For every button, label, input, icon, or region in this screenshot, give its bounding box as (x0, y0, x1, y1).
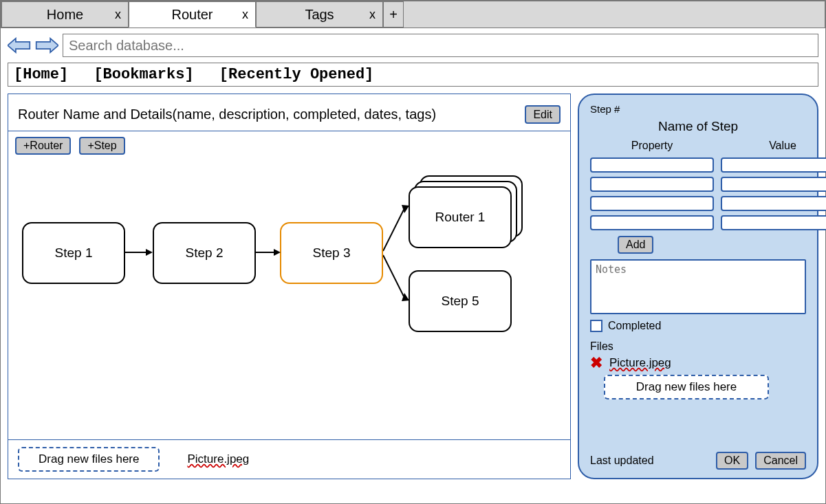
tab-tags[interactable]: Tags x (256, 1, 383, 28)
tab-router[interactable]: Router x (129, 1, 256, 28)
breadcrumb-recent[interactable]: [Recently Opened] (219, 66, 373, 83)
property-header: Property (590, 140, 714, 152)
edge-step3-router1 (383, 201, 411, 256)
router-file-link[interactable]: Picture.jpeg (187, 452, 249, 466)
add-step-button[interactable]: +Step (79, 137, 124, 155)
router-title: Router Name and Details(name, descriptio… (18, 105, 518, 124)
node-step1[interactable]: Step 1 (22, 222, 125, 284)
node-label: Step 1 (55, 245, 93, 261)
file-row: ✖ Picture.jpeg (590, 355, 806, 371)
property-input[interactable] (590, 196, 714, 211)
node-step2[interactable]: Step 2 (153, 222, 256, 284)
node-label: Step 2 (186, 245, 224, 261)
last-updated-label: Last updated (590, 454, 654, 467)
node-step3[interactable]: Step 3 (280, 222, 383, 284)
step-number-label: Step # (590, 103, 806, 115)
property-input[interactable] (590, 215, 714, 230)
completed-row[interactable]: Completed (590, 320, 806, 332)
value-input[interactable] (721, 177, 826, 192)
breadcrumb-home[interactable]: [Home] (14, 66, 68, 83)
router-dropzone[interactable]: Drag new files here (18, 447, 160, 472)
node-label: Step 5 (442, 294, 479, 309)
value-column: Value (721, 140, 826, 230)
main-row: Router Name and Details(name, descriptio… (1, 94, 825, 486)
step-detail-panel: Step # Name of Step Property Value (578, 94, 818, 479)
value-input[interactable] (721, 215, 826, 230)
svg-marker-3 (146, 249, 153, 256)
flow-canvas[interactable]: Step 1 Step 2 Step 3 Router 1 Step (8, 160, 570, 439)
add-row: +Router +Step (8, 131, 570, 160)
back-arrow-icon[interactable] (8, 37, 31, 54)
property-column: Property (590, 140, 714, 230)
property-table: Property Value (590, 140, 806, 230)
node-label: Step 3 (313, 245, 351, 261)
step-title: Name of Step (590, 119, 806, 134)
node-router1[interactable]: Router 1 (409, 186, 512, 248)
step-footer: Last updated OK Cancel (590, 443, 806, 470)
close-icon[interactable]: x (115, 8, 121, 22)
router-header: Router Name and Details(name, descriptio… (8, 94, 570, 131)
add-router-button[interactable]: +Router (15, 137, 71, 155)
router-footer: Drag new files here Picture.jpeg (8, 439, 570, 479)
breadcrumb-bar: [Home] [Bookmarks] [Recently Opened] (8, 63, 818, 87)
tab-bar: Home x Router x Tags x + (1, 1, 825, 28)
svg-marker-0 (8, 39, 30, 52)
edge-step3-step5 (383, 250, 411, 305)
step-file-link[interactable]: Picture.jpeg (609, 356, 671, 370)
add-property-button[interactable]: Add (618, 236, 653, 254)
breadcrumb-bookmarks[interactable]: [Bookmarks] (94, 66, 193, 83)
close-icon[interactable]: x (369, 8, 376, 22)
node-step5[interactable]: Step 5 (409, 270, 512, 332)
add-tab-button[interactable]: + (383, 1, 404, 28)
forward-arrow-icon[interactable] (35, 37, 58, 54)
property-input[interactable] (590, 157, 714, 173)
svg-line-6 (383, 210, 404, 251)
svg-marker-5 (274, 249, 281, 256)
value-header: Value (721, 140, 826, 152)
cancel-button[interactable]: Cancel (755, 452, 806, 470)
router-panel: Router Name and Details(name, descriptio… (8, 94, 571, 479)
svg-marker-1 (36, 39, 58, 52)
tab-label: Home (47, 7, 83, 23)
edge-step2-step3 (256, 247, 281, 258)
delete-file-icon[interactable]: ✖ (590, 355, 602, 371)
value-input[interactable] (721, 157, 826, 173)
notes-textarea[interactable] (590, 259, 806, 314)
tab-label: Tags (305, 7, 334, 23)
close-icon[interactable]: x (242, 8, 248, 22)
edge-step1-step2 (125, 247, 153, 258)
search-input[interactable] (63, 34, 818, 57)
edit-button[interactable]: Edit (525, 105, 561, 124)
ok-button[interactable]: OK (716, 452, 748, 470)
app-window: Home x Router x Tags x + [Home] [Bookmar… (0, 0, 826, 504)
completed-checkbox[interactable] (590, 320, 602, 332)
nav-row (1, 28, 825, 63)
node-label: Router 1 (435, 210, 486, 225)
value-input[interactable] (721, 196, 826, 211)
tab-label: Router (171, 7, 213, 23)
tab-home[interactable]: Home x (1, 1, 129, 28)
step-dropzone[interactable]: Drag new files here (604, 375, 769, 399)
files-heading: Files (590, 340, 806, 353)
property-input[interactable] (590, 177, 714, 192)
completed-label: Completed (608, 320, 661, 332)
plus-icon: + (389, 7, 398, 23)
svg-line-8 (383, 255, 404, 296)
